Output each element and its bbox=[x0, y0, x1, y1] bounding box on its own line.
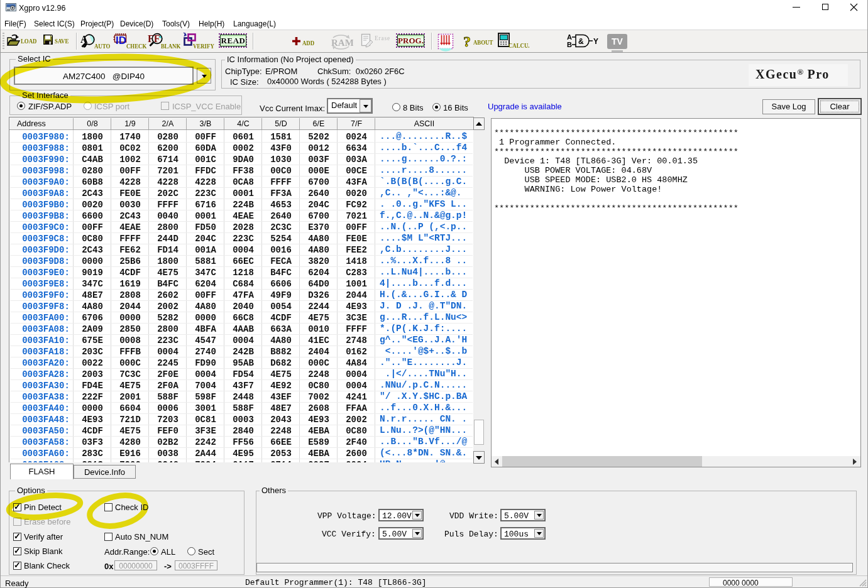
svg-text:?: ? bbox=[463, 33, 471, 50]
svg-text:&: & bbox=[578, 37, 584, 46]
svg-text:ID: ID bbox=[116, 35, 126, 45]
svg-text:RAM: RAM bbox=[331, 38, 353, 48]
svg-text:Y: Y bbox=[593, 37, 598, 46]
svg-text:A: A bbox=[567, 34, 572, 41]
svg-text:B: B bbox=[567, 41, 572, 48]
